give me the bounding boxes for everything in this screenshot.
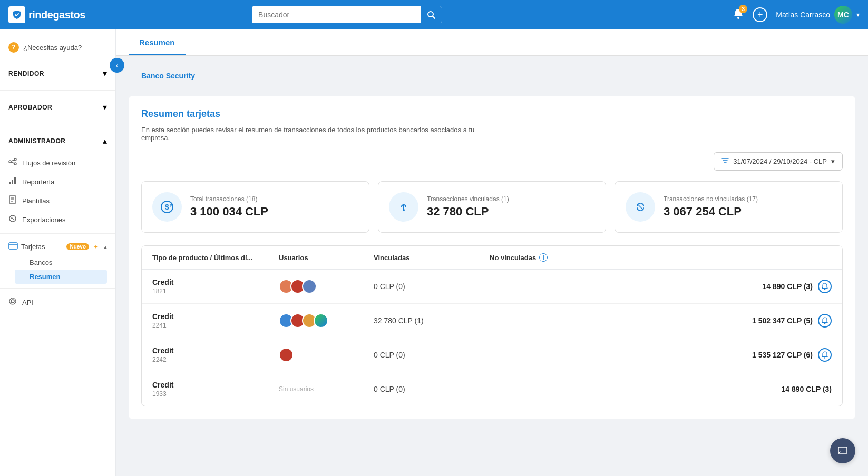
date-filter-button[interactable]: 31/07/2024 / 29/10/2024 - CLP ▾ (714, 152, 843, 171)
plantillas-icon (8, 195, 17, 206)
total-icon-wrap: $ (152, 192, 182, 222)
plantillas-label: Plantillas (22, 197, 50, 205)
svg-line-7 (11, 162, 14, 163)
api-icon (8, 297, 17, 308)
banco-security-tab[interactable]: Banco Security (129, 66, 208, 85)
bell-button-1[interactable] (818, 280, 832, 293)
chat-button[interactable] (830, 438, 855, 463)
no-vinculada-row-3: 1 535 127 CLP (6) (490, 348, 832, 362)
aprobador-toggle[interactable]: APROBADOR ▾ (8, 99, 107, 115)
reporteria-icon (8, 176, 17, 187)
sidebar-item-resumen[interactable]: Resumen (15, 270, 107, 284)
divider-3 (0, 233, 115, 234)
logo-icon (8, 6, 25, 23)
vinculada-2: 32 780 CLP (1) (374, 316, 490, 325)
svg-rect-9 (12, 180, 13, 184)
tarjetas-label: Tarjetas (21, 243, 63, 251)
notification-badge: 3 (739, 5, 747, 13)
stat-vinculadas-value: 32 780 CLP (427, 205, 509, 219)
divider-2 (0, 124, 115, 124)
notifications-button[interactable]: 3 (733, 8, 744, 22)
avatar-8 (279, 348, 294, 362)
filter-chevron-icon: ▾ (831, 157, 835, 165)
sidebar-item-bancos[interactable]: Bancos (15, 255, 107, 270)
product-info-3: Credit 2242 (152, 346, 279, 363)
summary-card: Resumen tarjetas En esta sección puedes … (129, 96, 855, 419)
svg-rect-8 (9, 182, 11, 184)
summary-desc: En esta sección puedes revisar el resume… (141, 126, 489, 142)
sidebar-item-flujos[interactable]: Flujos de revisión (0, 153, 115, 172)
rendidor-chevron-icon: ▾ (103, 68, 107, 78)
bell-button-2[interactable] (818, 314, 832, 328)
logo-text: rindegastos (28, 9, 85, 21)
filter-icon (721, 157, 729, 166)
user-name: Matías Carrasco (776, 11, 830, 19)
search-input[interactable] (252, 6, 421, 23)
no-vinculada-4: 14 890 CLP (3) (782, 385, 832, 393)
svg-rect-16 (9, 243, 17, 249)
no-vinculada-row-1: 14 890 CLP (3) (490, 280, 832, 293)
add-button[interactable]: + (753, 7, 767, 22)
sidebar-collapse-button[interactable]: ‹ (110, 58, 124, 73)
administrador-toggle[interactable]: ADMINISTRADOR ▴ (8, 133, 107, 149)
reporteria-label: Reportería (22, 178, 54, 186)
search-button[interactable] (421, 6, 442, 23)
table-row: Credit 1821 0 CLP (0) 14 890 CLP (3) (142, 270, 842, 304)
stat-total-value: 3 100 034 CLP (190, 205, 268, 219)
product-num-3: 2242 (152, 356, 279, 363)
sidebar-item-plantillas[interactable]: Plantillas (0, 191, 115, 210)
users-avatars-2 (279, 313, 374, 328)
help-link[interactable]: ? ¿Necesitas ayuda? (0, 38, 115, 61)
flujos-label: Flujos de revisión (22, 159, 75, 167)
stat-card-vinculadas: Transacciones vinculadas (1) 32 780 CLP (378, 181, 606, 233)
vinculada-4: 0 CLP (0) (374, 385, 490, 393)
col-product: Tipo de producto / Últimos dí... (152, 253, 279, 262)
table-row: Credit 2241 32 780 CLP (1) 1 502 347 CLP… (142, 304, 842, 338)
svg-point-5 (14, 163, 16, 165)
no-vinculada-1: 14 890 CLP (3) (763, 282, 813, 291)
svg-point-25 (824, 289, 825, 290)
sidebar-item-exportaciones[interactable]: Exportaciones (0, 210, 115, 229)
flujos-icon (8, 157, 17, 168)
layout: ? ¿Necesitas ayuda? RENDIDOR ▾ APROBADOR… (0, 29, 868, 476)
tab-resumen[interactable]: Resumen (129, 29, 186, 55)
products-table: Tipo de producto / Últimos dí... Usuario… (141, 245, 843, 406)
new-badge: Nuevo (66, 243, 89, 250)
user-menu[interactable]: Matías Carrasco MC ▾ (776, 6, 860, 24)
users-avatars-1 (279, 279, 374, 294)
svg-point-4 (14, 158, 16, 161)
help-text: ¿Necesitas ayuda? (23, 44, 82, 52)
sidebar-item-tarjetas[interactable]: Tarjetas Nuevo ✦ ▴ (8, 238, 107, 255)
filter-bar: 31/07/2024 / 29/10/2024 - CLP ▾ (141, 152, 843, 171)
vinculadas-icon-wrap (389, 192, 418, 222)
product-info-1: Credit 1821 (152, 278, 279, 295)
svg-point-23 (403, 209, 405, 211)
content-area: Banco Security Resumen tarjetas En esta … (116, 56, 868, 476)
aprobador-section: APROBADOR ▾ (0, 95, 115, 120)
administrador-section: ADMINISTRADOR ▴ (0, 128, 115, 153)
main-content: Resumen Banco Security Resumen tarjetas … (116, 29, 868, 476)
product-name-2: Credit (152, 312, 279, 321)
search-bar (252, 6, 442, 23)
product-num-4: 1933 (152, 390, 279, 398)
bank-tab-bar: Banco Security (129, 66, 855, 85)
sidebar-item-reporteria[interactable]: Reportería (0, 172, 115, 191)
stat-card-total: $ Total transacciones (18) 3 100 034 CLP (141, 181, 369, 233)
rendidor-label: RENDIDOR (8, 70, 44, 77)
aprobador-label: APROBADOR (8, 104, 52, 111)
vinculada-1: 0 CLP (0) (374, 282, 490, 291)
administrador-chevron-icon: ▴ (103, 136, 107, 146)
product-num-2: 2241 (152, 322, 279, 329)
bell-button-3[interactable] (818, 348, 832, 362)
info-icon[interactable]: i (539, 253, 548, 262)
aprobador-chevron-icon: ▾ (103, 102, 107, 112)
avatar-7 (314, 313, 328, 328)
administrador-label: ADMINISTRADOR (8, 137, 66, 145)
svg-point-26 (824, 323, 825, 324)
no-vinculada-3: 1 535 127 CLP (6) (752, 351, 813, 359)
nav-right: 3 + Matías Carrasco MC ▾ (733, 6, 860, 24)
col-vinculadas: Vinculadas (374, 253, 490, 262)
chevron-down-icon: ▾ (856, 11, 860, 18)
sidebar-item-api[interactable]: API (0, 293, 115, 312)
rendidor-toggle[interactable]: RENDIDOR ▾ (8, 65, 107, 82)
